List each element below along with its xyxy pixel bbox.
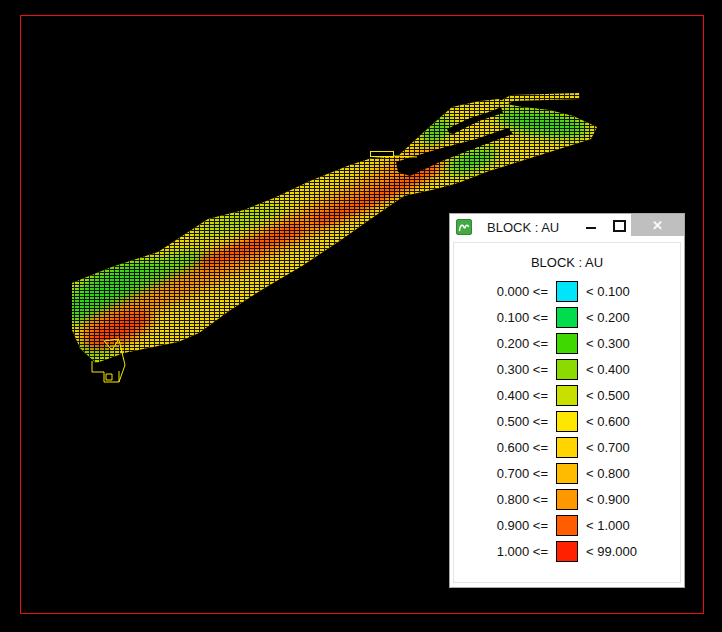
range-max-label: < 0.900 <box>586 492 676 507</box>
maximize-button[interactable] <box>606 214 632 236</box>
range-max-label: < 0.700 <box>586 440 676 455</box>
legend-row: 0.100 <= < 0.200 <box>454 304 680 330</box>
range-max-label: < 99.000 <box>586 544 676 559</box>
range-min-label: 0.800 <= <box>458 492 548 507</box>
range-max-label: < 0.100 <box>586 284 676 299</box>
legend-heading: BLOCK : AU <box>454 255 680 270</box>
legend-content: BLOCK : AU 0.000 <= < 0.100 0.100 <= < 0… <box>453 242 681 583</box>
minimize-button[interactable] <box>578 214 604 236</box>
color-swatch <box>556 437 578 458</box>
legend-row: 1.000 <= < 99.000 <box>454 538 680 564</box>
viewport-canvas[interactable]: BLOCK : AU ✕ BLOCK : AU 0.000 <= < 0.100… <box>0 0 722 632</box>
color-swatch <box>556 515 578 536</box>
range-min-label: 1.000 <= <box>458 544 548 559</box>
range-max-label: < 0.400 <box>586 362 676 377</box>
legend-row: 0.700 <= < 0.800 <box>454 460 680 486</box>
legend-row: 0.300 <= < 0.400 <box>454 356 680 382</box>
range-min-label: 0.100 <= <box>458 310 548 325</box>
range-min-label: 0.600 <= <box>458 440 548 455</box>
legend-window: BLOCK : AU ✕ BLOCK : AU 0.000 <= < 0.100… <box>449 213 685 588</box>
range-min-label: 0.200 <= <box>458 336 548 351</box>
legend-row: 0.600 <= < 0.700 <box>454 434 680 460</box>
legend-row: 0.800 <= < 0.900 <box>454 486 680 512</box>
color-swatch <box>556 359 578 380</box>
legend-row: 0.000 <= < 0.100 <box>454 278 680 304</box>
maximize-icon <box>613 220 626 232</box>
color-swatch <box>556 385 578 406</box>
range-min-label: 0.300 <= <box>458 362 548 377</box>
range-max-label: < 0.500 <box>586 388 676 403</box>
color-swatch <box>556 489 578 510</box>
legend-row: 0.500 <= < 0.600 <box>454 408 680 434</box>
range-max-label: < 0.800 <box>586 466 676 481</box>
close-icon: ✕ <box>652 218 663 233</box>
range-min-label: 0.000 <= <box>458 284 548 299</box>
color-swatch <box>556 333 578 354</box>
range-max-label: < 0.200 <box>586 310 676 325</box>
range-min-label: 0.500 <= <box>458 414 548 429</box>
range-min-label: 0.700 <= <box>458 466 548 481</box>
micromine-logo-icon <box>456 219 472 235</box>
close-button[interactable]: ✕ <box>631 214 684 236</box>
legend-row: 0.200 <= < 0.300 <box>454 330 680 356</box>
color-swatch <box>556 307 578 328</box>
range-max-label: < 1.000 <box>586 518 676 533</box>
window-titlebar[interactable]: BLOCK : AU ✕ <box>450 214 684 242</box>
color-swatch <box>556 541 578 562</box>
window-title: BLOCK : AU <box>487 220 559 235</box>
color-swatch <box>556 411 578 432</box>
range-min-label: 0.400 <= <box>458 388 548 403</box>
legend-rows: 0.000 <= < 0.100 0.100 <= < 0.200 0.200 … <box>454 278 680 564</box>
range-max-label: < 0.600 <box>586 414 676 429</box>
minimize-icon <box>586 227 596 229</box>
color-swatch <box>556 281 578 302</box>
legend-row: 0.400 <= < 0.500 <box>454 382 680 408</box>
legend-row: 0.900 <= < 1.000 <box>454 512 680 538</box>
color-swatch <box>556 463 578 484</box>
range-min-label: 0.900 <= <box>458 518 548 533</box>
range-max-label: < 0.300 <box>586 336 676 351</box>
